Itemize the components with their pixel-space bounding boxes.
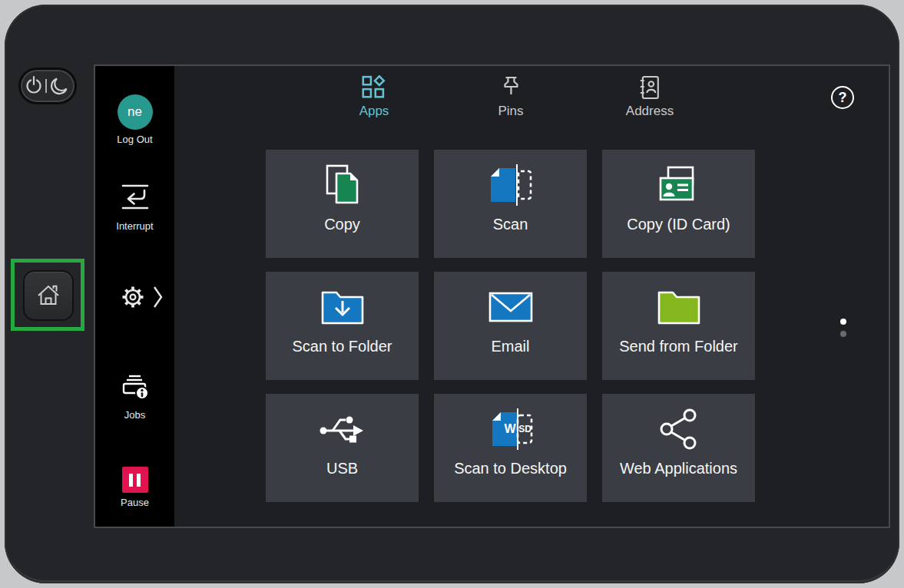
- interrupt-icon: [118, 183, 153, 213]
- home-icon: [35, 282, 62, 309]
- tile-send-from-folder-label: Send from Folder: [619, 338, 738, 355]
- settings-button[interactable]: [95, 284, 174, 310]
- id-card-icon: [656, 165, 702, 205]
- jobs-icon: [120, 373, 151, 402]
- folder-icon: [656, 289, 702, 325]
- tile-send-from-folder[interactable]: Send from Folder: [602, 272, 755, 380]
- scan-page-icon: [486, 163, 535, 207]
- user-avatar: ne: [118, 94, 153, 130]
- tile-usb[interactable]: USB: [266, 394, 419, 502]
- jobs-label: Jobs: [95, 409, 174, 421]
- address-book-icon: [637, 75, 662, 100]
- interrupt-button[interactable]: Interrupt: [95, 183, 174, 232]
- tile-scan-label: Scan: [493, 216, 528, 233]
- touch-screen: ne Log Out Interrupt: [94, 64, 890, 528]
- apps-grid: Copy Scan: [266, 150, 755, 502]
- tab-apps-label: Apps: [359, 104, 389, 119]
- copy-pages-icon: [321, 164, 364, 206]
- wsd-w-text: W: [504, 422, 516, 435]
- pause-icon: [122, 467, 148, 493]
- pause-label: Pause: [95, 497, 174, 508]
- power-sleep-icons: [25, 74, 70, 97]
- envelope-icon: [488, 291, 534, 323]
- tile-copy-id-card[interactable]: Copy (ID Card): [602, 150, 755, 258]
- tile-copy-label: Copy: [324, 216, 360, 233]
- gear-icon: [120, 284, 146, 310]
- tile-scan-to-folder-label: Scan to Folder: [292, 338, 392, 355]
- tile-web-applications-label: Web Applications: [620, 460, 737, 477]
- power-sleep-button[interactable]: [18, 68, 77, 104]
- wsd-document-icon: W SD: [487, 407, 535, 451]
- page-dot-active[interactable]: [840, 319, 846, 325]
- tab-apps[interactable]: Apps: [359, 75, 389, 119]
- printer-control-panel: ne Log Out Interrupt: [0, 0, 904, 588]
- tile-web-applications[interactable]: Web Applications: [602, 394, 755, 502]
- chevron-right-icon: [153, 286, 164, 309]
- share-icon: [657, 408, 700, 451]
- help-icon: ?: [839, 90, 847, 106]
- apps-grid-icon: [362, 75, 386, 100]
- help-button[interactable]: ?: [831, 86, 854, 109]
- tile-copy-id-card-label: Copy (ID Card): [627, 216, 730, 233]
- tile-scan-to-desktop-label: Scan to Desktop: [454, 460, 567, 477]
- pause-button[interactable]: Pause: [95, 467, 174, 508]
- home-button[interactable]: [23, 270, 74, 321]
- tile-scan-to-desktop[interactable]: W SD Scan to Desktop: [434, 394, 587, 502]
- tab-pins-label: Pins: [498, 104, 523, 119]
- logout-label: Log Out: [95, 134, 174, 145]
- wsd-sd-text: SD: [518, 424, 531, 434]
- tile-scan-to-folder[interactable]: Scan to Folder: [266, 272, 419, 380]
- interrupt-label: Interrupt: [95, 220, 174, 232]
- tab-pins[interactable]: Pins: [498, 75, 523, 119]
- usb-icon: [319, 410, 366, 448]
- logout-button[interactable]: ne Log Out: [95, 94, 174, 145]
- sidebar: ne Log Out Interrupt: [95, 66, 174, 527]
- jobs-button[interactable]: Jobs: [95, 373, 174, 421]
- pushpin-icon: [498, 75, 523, 100]
- tile-email-label: Email: [491, 338, 529, 355]
- tab-address[interactable]: Address: [626, 75, 674, 119]
- sleep-moon-icon: [51, 79, 66, 94]
- tile-scan[interactable]: Scan: [434, 150, 587, 258]
- tile-email[interactable]: Email: [434, 272, 587, 380]
- folder-download-icon: [320, 289, 366, 325]
- tile-usb-label: USB: [326, 460, 358, 477]
- page-dot-inactive[interactable]: [840, 331, 846, 337]
- tile-copy[interactable]: Copy: [266, 150, 419, 258]
- tab-address-label: Address: [626, 104, 674, 119]
